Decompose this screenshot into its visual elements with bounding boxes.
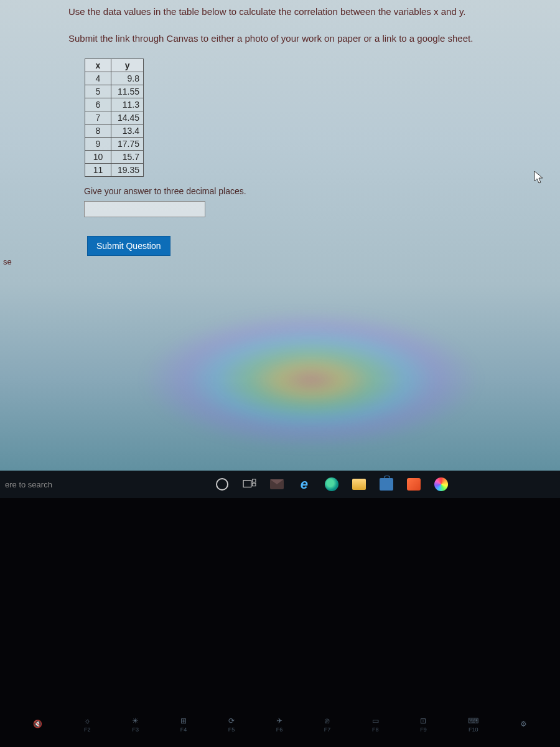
below-screen-area: 🔇 ☼F2 ☀F3 ⊞F4 ⟳F5 ✈F6 ⎚F7 ▭F8 ⊡F9 ⌨F10 ⚙ — [0, 498, 560, 747]
question-panel: Use the data values in the table below t… — [0, 0, 560, 268]
cell-x: 10 — [85, 151, 111, 164]
instruction-line-2: Submit the link through Canvas to either… — [68, 32, 548, 45]
app-icon-red[interactable] — [406, 476, 422, 492]
fn-key-f6[interactable]: ✈F6 — [276, 717, 283, 733]
taskbar-search-label[interactable]: ere to search — [0, 480, 52, 489]
fn-key-f8[interactable]: ▭F8 — [372, 717, 379, 733]
fn-key-mute[interactable]: 🔇 — [33, 720, 42, 730]
fn-key-settings[interactable]: ⚙ — [520, 720, 527, 730]
mail-icon[interactable] — [269, 476, 285, 492]
fn-key-f4[interactable]: ⊞F4 — [180, 717, 187, 733]
fn-key-brightness-up[interactable]: ☀F3 — [132, 717, 139, 733]
app-icon-rainbow[interactable] — [433, 476, 449, 492]
task-view-icon[interactable] — [241, 476, 258, 492]
screen-content: se Use the data values in the table belo… — [0, 0, 560, 473]
table-header-y: y — [111, 59, 144, 72]
table-row: 49.8 — [85, 72, 144, 85]
cell-y: 11.3 — [111, 98, 144, 111]
cortana-icon[interactable] — [214, 476, 230, 492]
cell-y: 19.35 — [111, 164, 144, 177]
table-row: 714.45 — [85, 111, 144, 125]
table-row: 611.3 — [85, 98, 144, 111]
fn-key-f5[interactable]: ⟳F5 — [228, 717, 235, 733]
cell-y: 13.4 — [111, 125, 144, 138]
left-panel-fragment: se — [0, 255, 15, 268]
cell-y: 9.8 — [111, 72, 144, 85]
cell-x: 6 — [85, 98, 111, 111]
svg-rect-1 — [252, 479, 255, 482]
cell-x: 9 — [85, 138, 111, 151]
fn-key-f9[interactable]: ⊡F9 — [420, 717, 427, 733]
cell-y: 17.75 — [111, 138, 144, 151]
microsoft-store-icon[interactable] — [378, 476, 394, 492]
cell-y: 15.7 — [111, 151, 144, 164]
table-row: 917.75 — [85, 138, 144, 151]
taskbar-icons-group: e — [214, 476, 449, 492]
internet-explorer-icon[interactable]: e — [296, 476, 312, 492]
table-row: 511.55 — [85, 85, 144, 98]
cell-x: 7 — [85, 111, 111, 125]
cursor-icon — [534, 171, 545, 188]
fn-key-brightness-down[interactable]: ☼F2 — [84, 717, 91, 733]
windows-taskbar[interactable]: ere to search e — [0, 471, 560, 498]
cell-y: 14.45 — [111, 111, 144, 125]
submit-question-button[interactable]: Submit Question — [87, 236, 170, 256]
data-table: x y 49.8 511.55 611.3 714.45 813.4 917.7… — [85, 59, 144, 177]
cell-x: 5 — [85, 85, 111, 98]
instruction-line-1: Use the data values in the table below t… — [68, 5, 548, 18]
fn-key-f10[interactable]: ⌨F10 — [468, 717, 478, 733]
file-explorer-icon[interactable] — [351, 476, 367, 492]
cell-y: 11.55 — [111, 85, 144, 98]
fn-key-f7[interactable]: ⎚F7 — [324, 717, 331, 733]
cell-x: 11 — [85, 164, 111, 177]
answer-prompt: Give your answer to three decimal places… — [84, 186, 548, 196]
table-row: 1119.35 — [85, 164, 144, 177]
screen-glare — [100, 293, 523, 467]
table-header-x: x — [85, 59, 111, 72]
svg-rect-0 — [243, 481, 251, 487]
cell-x: 8 — [85, 125, 111, 138]
table-row: 813.4 — [85, 125, 144, 138]
edge-icon[interactable] — [324, 476, 340, 492]
cell-x: 4 — [85, 72, 111, 85]
keyboard-function-row: 🔇 ☼F2 ☀F3 ⊞F4 ⟳F5 ✈F6 ⎚F7 ▭F8 ⊡F9 ⌨F10 ⚙ — [0, 710, 560, 741]
svg-rect-2 — [252, 483, 255, 486]
table-row: 1015.7 — [85, 151, 144, 164]
answer-input[interactable] — [84, 201, 205, 217]
